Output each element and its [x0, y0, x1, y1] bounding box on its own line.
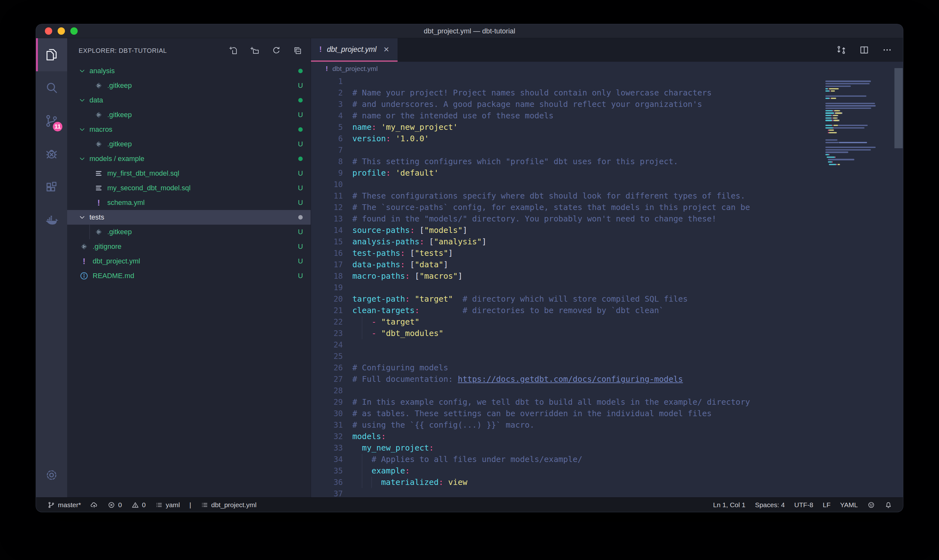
code-line-26[interactable]: 26# Configuring models — [311, 362, 903, 374]
tree-file-readme-md[interactable]: README.mdU — [67, 269, 311, 283]
tree-file--gitkeep[interactable]: .gitkeepU — [67, 225, 311, 239]
info-circle-icon — [79, 271, 89, 281]
status-errors[interactable]: 0 — [108, 501, 122, 509]
status-publish-changes[interactable] — [91, 501, 98, 509]
code-line-22[interactable]: 22 - "target" — [311, 316, 903, 328]
code-line-37[interactable]: 37 — [311, 488, 903, 497]
code-line-8[interactable]: 8# This setting configures which "profil… — [311, 156, 903, 168]
code-line-28[interactable]: 28 — [311, 385, 903, 397]
activity-item-extensions[interactable] — [36, 171, 67, 204]
minimap[interactable] — [825, 78, 880, 168]
code-line-24[interactable]: 24 — [311, 339, 903, 351]
code-line-9[interactable]: 9profile: 'default' — [311, 168, 903, 179]
new-folder-icon[interactable] — [250, 46, 260, 55]
status-eol[interactable]: LF — [823, 501, 831, 509]
code-line-29[interactable]: 29# In this example config, we tell dbt … — [311, 397, 903, 408]
minimap-line — [825, 102, 880, 105]
activity-item-explorer[interactable] — [36, 38, 67, 71]
status-label: yaml — [166, 501, 180, 509]
code-line-11[interactable]: 11# These configurations specify where d… — [311, 190, 903, 202]
minimap-line — [825, 161, 880, 163]
code-line-21[interactable]: 21clean-targets: # directories to be rem… — [311, 305, 903, 316]
status-notifications[interactable] — [885, 501, 892, 509]
activity-item-settings[interactable] — [36, 458, 67, 492]
indent-guide — [371, 477, 372, 488]
code-line-10[interactable]: 10 — [311, 179, 903, 190]
code-line-2[interactable]: 2# Name your project! Project names shou… — [311, 87, 903, 98]
code-line-3[interactable]: 3# and underscores. A good package name … — [311, 98, 903, 110]
activity-item-source-control[interactable]: 11 — [36, 105, 67, 137]
seti-list-icon — [94, 183, 103, 193]
seti-list-icon — [94, 169, 103, 178]
status-language-mode[interactable]: YAML — [840, 501, 858, 509]
code-line-1[interactable]: 1 — [311, 76, 903, 87]
tree-folder-tests[interactable]: tests — [67, 210, 311, 225]
tree-file--gitignore[interactable]: .gitignoreU — [67, 239, 311, 254]
split-editor-icon[interactable] — [859, 45, 869, 55]
modified-dot — [294, 67, 307, 75]
code-line-17[interactable]: 17data-paths: ["data"] — [311, 259, 903, 271]
tree-file--gitkeep[interactable]: .gitkeepU — [67, 108, 311, 122]
status-branch-status[interactable]: master* — [48, 501, 81, 509]
tree-folder-macros[interactable]: macros — [67, 122, 311, 137]
tree-item-label: .gitkeep — [107, 140, 294, 148]
collapse-all-icon[interactable] — [293, 46, 302, 55]
code-line-20[interactable]: 20target-path: "target" # directory whic… — [311, 293, 903, 305]
modified-dot — [294, 213, 307, 222]
status-outline-file[interactable]: dbt_project.yml — [201, 501, 257, 509]
tab-close-icon[interactable]: × — [383, 45, 389, 54]
code-line-30[interactable]: 30# as tables. These settings can be ove… — [311, 408, 903, 419]
tree-file-my-second-dbt-model-sql[interactable]: my_second_dbt_model.sqlU — [67, 181, 311, 195]
code-line-31[interactable]: 31# using the `{{ config(...) }}` macro. — [311, 419, 903, 431]
status-cursor-position[interactable]: Ln 1, Col 1 — [713, 501, 745, 509]
code-line-35[interactable]: 35 example: — [311, 465, 903, 477]
more-actions-icon[interactable] — [882, 45, 892, 55]
activity-item-search[interactable] — [36, 71, 67, 105]
refresh-icon[interactable] — [271, 46, 281, 55]
activity-item-docker[interactable] — [36, 204, 67, 237]
tree-folder-analysis[interactable]: analysis — [67, 64, 311, 78]
code-line-25[interactable]: 25 — [311, 351, 903, 362]
open-changes-icon[interactable] — [836, 45, 847, 55]
code-line-18[interactable]: 18macro-paths: ["macros"] — [311, 271, 903, 282]
code-line-7[interactable]: 7 — [311, 145, 903, 156]
code-line-16[interactable]: 16test-paths: ["tests"] — [311, 248, 903, 259]
titlebar[interactable]: dbt_project.yml — dbt-tutorial — [36, 24, 903, 38]
tree-file--gitkeep[interactable]: .gitkeepU — [67, 78, 311, 93]
tree-file-dbt-project-yml[interactable]: !dbt_project.ymlU — [67, 254, 311, 269]
docker-icon — [44, 213, 59, 228]
scrollbar-thumb[interactable] — [894, 68, 903, 148]
git-diamond-icon — [79, 242, 89, 251]
code-line-5[interactable]: 5name: 'my_new_project' — [311, 122, 903, 133]
code-line-36[interactable]: 36 materialized: view — [311, 477, 903, 488]
code-line-14[interactable]: 14source-paths: ["models"] — [311, 225, 903, 236]
code-line-4[interactable]: 4# name or the intended use of these mod… — [311, 110, 903, 122]
code-line-32[interactable]: 32models: — [311, 431, 903, 442]
code-line-19[interactable]: 19 — [311, 282, 903, 293]
tree-folder-data[interactable]: data — [67, 93, 311, 108]
status-warnings[interactable]: 0 — [131, 501, 146, 509]
code-line-27[interactable]: 27# Full documentation: https://docs.get… — [311, 374, 903, 385]
code-line-33[interactable]: 33 my_new_project: — [311, 442, 903, 454]
status-indentation[interactable]: Spaces: 4 — [755, 501, 785, 509]
code-line-34[interactable]: 34 # Applies to all files under models/e… — [311, 454, 903, 465]
tree-file-schema-yml[interactable]: !schema.ymlU — [67, 195, 311, 210]
tab-dbt-project-yml[interactable]: ! dbt_project.yml × — [311, 38, 397, 62]
code-line-6[interactable]: 6version: '1.0.0' — [311, 133, 903, 145]
breadcrumb[interactable]: ! dbt_project.yml — [311, 62, 903, 76]
code-line-23[interactable]: 23 - "dbt_modules" — [311, 328, 903, 339]
status-encoding[interactable]: UTF-8 — [794, 501, 813, 509]
code-line-15[interactable]: 15analysis-paths: ["analysis"] — [311, 236, 903, 248]
code-line-12[interactable]: 12# The `source-paths` config, for examp… — [311, 202, 903, 213]
tree-file--gitkeep[interactable]: .gitkeepU — [67, 137, 311, 151]
activity-item-run-debug[interactable] — [36, 137, 67, 171]
code-line-13[interactable]: 13# found in the "models/" directory. Yo… — [311, 213, 903, 225]
status-feedback[interactable] — [867, 501, 875, 509]
new-file-icon[interactable] — [229, 46, 239, 55]
code-area[interactable]: 12# Name your project! Project names sho… — [311, 76, 903, 497]
tree-file-my-first-dbt-model-sql[interactable]: my_first_dbt_model.sqlU — [67, 166, 311, 181]
tree-folder-models-example[interactable]: models / example — [67, 151, 311, 166]
line-number: 8 — [311, 156, 353, 168]
line-number: 21 — [311, 305, 353, 316]
status-outline-language[interactable]: yaml — [155, 501, 180, 509]
